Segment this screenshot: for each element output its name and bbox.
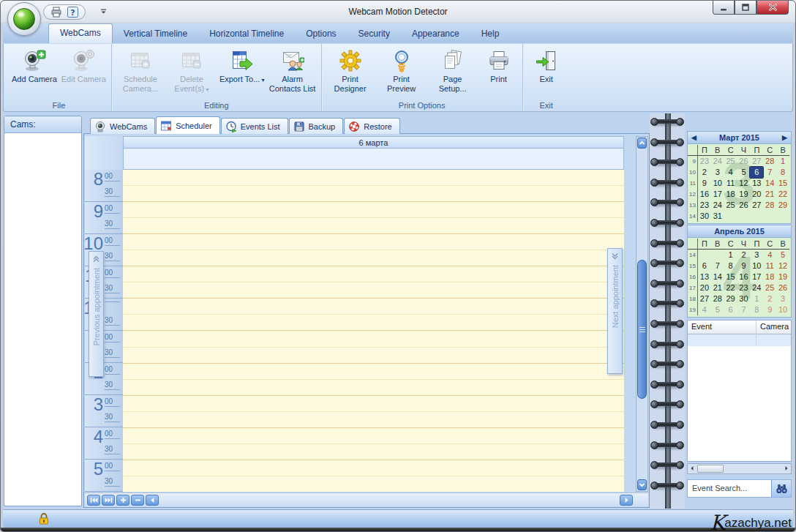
calendar-day[interactable]: 3 [750, 250, 763, 261]
calendar-day[interactable]: 1 [776, 156, 789, 167]
title-bar[interactable]: Webcam Motion Detector ? [1, 1, 795, 23]
calendar-day[interactable]: 25 [763, 282, 776, 293]
time-slot[interactable] [123, 234, 624, 250]
calendar-day-selected[interactable]: 6 [750, 167, 763, 178]
calendar-day[interactable]: 17 [711, 189, 724, 200]
calendar-day[interactable]: 16 [737, 271, 751, 282]
calendar-day[interactable]: 18 [763, 271, 776, 282]
time-slot[interactable] [123, 444, 624, 460]
ribbon-button-print-designer[interactable]: Print Designer [325, 47, 376, 94]
calendar-day[interactable]: 24 [711, 200, 724, 211]
ribbon-tab-vertical-timeline[interactable]: Vertical Timeline [113, 25, 198, 43]
calendar-day[interactable]: 29 [724, 293, 737, 304]
previous-appointment-button[interactable]: Previous appointment [89, 251, 104, 377]
time-slot[interactable] [123, 266, 624, 282]
ribbon-tab-webcams[interactable]: WebCams [48, 23, 113, 43]
ribbon-button-alarm-contacts-list[interactable]: Alarm Contacts List [267, 47, 318, 94]
time-slot[interactable] [123, 348, 624, 364]
calendar-day[interactable]: 9 [698, 178, 711, 189]
event-grid[interactable]: Event Camera [687, 320, 792, 462]
calendar-day[interactable]: 2 [763, 293, 776, 304]
calendar-day[interactable]: 23 [737, 282, 751, 293]
calendar-day[interactable]: 25 [724, 200, 737, 211]
horizontal-scrollbar[interactable] [687, 463, 792, 474]
calendar-day[interactable]: 5 [776, 250, 789, 261]
vertical-scrollbar[interactable] [636, 136, 648, 492]
calendar-day[interactable]: 8 [776, 167, 789, 178]
calendar-day[interactable]: 26 [737, 156, 751, 167]
calendar-day[interactable]: 16 [698, 189, 711, 200]
calendar-day[interactable]: 19 [776, 271, 789, 282]
calendar-day[interactable]: 28 [763, 200, 776, 211]
time-slot[interactable] [123, 396, 624, 412]
prev-month-icon[interactable]: ◀ [691, 134, 696, 142]
calendar-day[interactable]: 10 [776, 304, 789, 315]
scroll-up-button[interactable] [637, 138, 647, 149]
time-slot[interactable] [123, 186, 624, 202]
time-slot[interactable] [123, 412, 624, 428]
calendar-day[interactable]: 25 [724, 156, 737, 167]
calendar-day[interactable]: 30 [698, 211, 711, 222]
ribbon-button-print[interactable]: Print [478, 47, 519, 84]
calendar-day[interactable]: 31 [711, 211, 724, 222]
search-button[interactable] [771, 480, 791, 497]
time-slot[interactable] [123, 170, 624, 186]
calendar-day[interactable]: 23 [698, 156, 711, 167]
calendar-day[interactable]: 23 [698, 200, 711, 211]
calendar-day[interactable]: 8 [750, 304, 763, 315]
ribbon-tab-options[interactable]: Options [295, 25, 347, 43]
time-slot[interactable] [123, 218, 624, 234]
next-appointment-button[interactable]: Next appointment [607, 248, 623, 374]
ribbon-tab-security[interactable]: Security [348, 25, 401, 43]
calendar-day[interactable]: 12 [776, 261, 789, 271]
view-tab-backup[interactable]: Backup [289, 118, 344, 134]
calendar-day[interactable]: 6 [698, 261, 711, 271]
ribbon-button-print-preview[interactable]: Print Preview [376, 47, 427, 94]
scroll-down-button[interactable] [637, 479, 647, 490]
calendar-day[interactable]: 13 [698, 271, 711, 282]
time-slot[interactable] [123, 460, 624, 476]
time-slot[interactable] [123, 282, 624, 299]
calendar-day[interactable]: 8 [724, 261, 737, 271]
app-menu-button[interactable] [7, 2, 41, 36]
arrow-right-icon[interactable] [784, 465, 789, 471]
ribbon-button-exit[interactable]: Exit [526, 47, 567, 84]
calendar-day[interactable]: 12 [737, 178, 751, 189]
hscroll-thumb[interactable] [697, 465, 724, 473]
calendar-day[interactable]: 17 [750, 271, 763, 282]
view-tab-events-list[interactable]: Events List [221, 118, 288, 134]
time-slot[interactable] [123, 428, 624, 444]
view-tab-restore[interactable]: Restore [344, 118, 400, 134]
calendar-header[interactable]: Апрель 2015 [687, 225, 792, 238]
ribbon-tab-horizontal-timeline[interactable]: Horizontal Timeline [198, 25, 295, 43]
calendar-day[interactable]: 27 [750, 200, 763, 211]
scrollbar-thumb[interactable] [637, 260, 647, 399]
calendar-day[interactable]: 28 [763, 156, 776, 167]
chevron-down-icon[interactable] [100, 9, 107, 15]
calendar-day[interactable]: 5 [711, 304, 724, 315]
ribbon-tab-appearance[interactable]: Appearance [401, 25, 470, 43]
arrow-left-icon[interactable] [690, 465, 694, 471]
calendar-day[interactable]: 27 [750, 156, 763, 167]
time-slot[interactable] [123, 250, 624, 266]
calendar-day[interactable]: 30 [737, 293, 751, 304]
time-slot[interactable] [123, 331, 624, 347]
calendar-day[interactable]: 24 [750, 282, 763, 293]
calendar-day[interactable]: 2 [737, 250, 751, 261]
cams-list[interactable] [4, 133, 81, 522]
time-slot[interactable] [123, 476, 624, 492]
calendar-day[interactable]: 26 [737, 200, 751, 211]
calendar-day[interactable]: 24 [711, 156, 724, 167]
appointment-area[interactable] [123, 170, 624, 492]
calendar-day[interactable]: 4 [763, 250, 776, 261]
column-header-event[interactable]: Event [688, 321, 756, 334]
calendar-day[interactable]: 27 [698, 293, 711, 304]
calendar-day[interactable]: 14 [711, 271, 724, 282]
all-day-row[interactable] [123, 149, 624, 170]
view-tab-webcams[interactable]: WebCams [90, 118, 155, 134]
calendar-day[interactable]: 6 [724, 304, 737, 315]
event-grid-highlight-row[interactable] [688, 334, 791, 346]
calendar-day[interactable]: 20 [750, 189, 763, 200]
ribbon-tab-help[interactable]: Help [470, 25, 511, 43]
nav-first-button[interactable] [87, 495, 100, 506]
